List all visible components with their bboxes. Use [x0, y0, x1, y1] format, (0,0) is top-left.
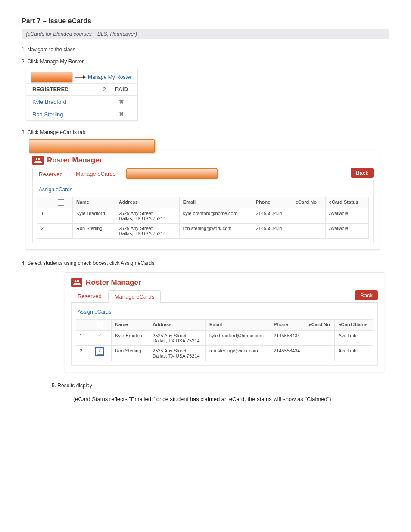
people-icon: [71, 278, 82, 287]
col-name: Name: [112, 320, 149, 331]
row-name[interactable]: Ron Sterling: [73, 224, 115, 239]
row-phone: 2145553434: [270, 346, 305, 361]
roster-manager-title: Roster Manager: [86, 278, 141, 287]
row-phone: 2145553434: [270, 331, 305, 346]
manage-my-roster-link[interactable]: Manage My Roster: [88, 74, 131, 80]
back-button[interactable]: Back: [351, 168, 374, 178]
highlight-pill: [31, 72, 72, 82]
row-phone: 2145553434: [252, 224, 292, 239]
tab-manage-ecards[interactable]: Manage eCards: [108, 290, 161, 303]
row-ecard-no: [305, 346, 335, 361]
col-ecard-no: eCard No: [305, 320, 335, 331]
registered-count: 2: [98, 86, 111, 93]
col-phone: Phone: [270, 320, 305, 331]
tab-reserved[interactable]: Reserved: [71, 290, 108, 302]
col-index: [76, 320, 93, 331]
row-ecard-status: Available: [325, 224, 368, 239]
step-5: 5. Results display: [52, 383, 389, 389]
table-row: 1. Kyle Bradford 2525 Any StreetDallas, …: [76, 331, 373, 346]
back-button[interactable]: Back: [355, 290, 378, 300]
row-index: 1.: [37, 208, 54, 224]
roster-mini-card: Manage My Roster REGISTERED 2 PAID Kyle …: [26, 69, 138, 121]
remove-icon[interactable]: ✖: [111, 111, 132, 118]
row-name[interactable]: Kyle Bradford: [73, 208, 115, 224]
col-address: Address: [149, 320, 206, 331]
table-row: 1. Kyle Bradford 2525 Any StreetDallas, …: [37, 208, 369, 224]
col-select: [93, 320, 112, 331]
highlight-pill: [126, 168, 218, 179]
row-checkbox[interactable]: [97, 348, 103, 355]
row-email[interactable]: kyle.bradford@home.com: [179, 208, 252, 224]
step-1: 1. Navigate to the class: [22, 47, 389, 53]
row-address: 2525 Any StreetDallas, TX USA 75214: [115, 224, 179, 239]
mini-row-name[interactable]: Kyle Bradford: [32, 99, 98, 105]
step-2: 2. Click Manage My Roster: [22, 59, 389, 65]
mini-row-name[interactable]: Ron Sterling: [32, 111, 98, 118]
col-ecard-no: eCard No: [292, 197, 326, 208]
row-address: 2525 Any StreetDallas, TX USA 75214: [149, 331, 206, 346]
remove-icon[interactable]: ✖: [111, 98, 132, 105]
row-name[interactable]: Kyle Bradford: [112, 331, 149, 346]
row-index: 1.: [76, 331, 93, 346]
select-all-checkbox[interactable]: [97, 322, 103, 328]
row-ecard-no: [305, 331, 335, 346]
row-index: 2.: [76, 346, 93, 361]
step-4: 4. Select students using check boxes, cl…: [22, 260, 389, 266]
col-email: Email: [179, 197, 252, 208]
col-address: Address: [115, 197, 179, 208]
col-paid: PAID: [111, 86, 132, 93]
assign-ecards-link[interactable]: Assign eCards: [78, 309, 373, 315]
col-registered: REGISTERED: [32, 86, 98, 93]
tab-reserved[interactable]: Reserved: [32, 168, 69, 180]
table-row: 2. Ron Sterling 2525 Any StreetDallas, T…: [76, 346, 373, 361]
step-3: 3. Click Manage eCards tab: [22, 129, 389, 135]
row-email[interactable]: kyle.bradford@home.com: [206, 331, 270, 346]
row-checkbox[interactable]: [97, 333, 103, 339]
tab-manage-ecards[interactable]: Manage eCards: [69, 168, 122, 180]
col-name: Name: [73, 197, 115, 208]
arrow-icon: [75, 74, 86, 80]
svg-marker-1: [83, 75, 86, 79]
row-name[interactable]: Ron Sterling: [112, 346, 149, 361]
row-ecard-status: Available: [325, 208, 368, 224]
row-email[interactable]: ron.sterling@work.com: [179, 224, 252, 239]
row-ecard-no: [292, 208, 326, 224]
step-5-note: (eCard Status reflects "Emailed;" once s…: [73, 395, 375, 403]
col-index: [37, 197, 54, 208]
row-ecard-no: [292, 224, 326, 239]
assign-ecards-link[interactable]: Assign eCards: [39, 187, 369, 193]
people-icon: [32, 156, 44, 165]
roster-table: Name Address Email Phone eCard No eCard …: [37, 197, 369, 239]
svg-point-2: [36, 158, 38, 160]
row-index: 2.: [37, 224, 54, 239]
svg-point-3: [38, 158, 40, 160]
col-ecard-status: eCard Status: [325, 197, 368, 208]
row-address: 2525 Any StreetDallas, TX USA 75214: [149, 346, 206, 361]
row-phone: 2145553434: [252, 208, 292, 224]
col-phone: Phone: [252, 197, 292, 208]
roster-manager-panel: Roster Manager Reserved Manage eCards Ba…: [26, 150, 380, 250]
svg-point-4: [75, 280, 77, 283]
col-email: Email: [206, 320, 270, 331]
roster-manager-panel: Roster Manager Reserved Manage eCards Ba…: [65, 272, 384, 372]
highlight-bar: [29, 139, 155, 153]
row-email[interactable]: ron.sterling@work.com: [206, 346, 270, 361]
row-address: 2525 Any StreetDallas, TX USA 75214: [115, 208, 179, 224]
row-ecard-status: Available: [335, 331, 373, 346]
col-select: [54, 197, 73, 208]
svg-point-5: [77, 280, 79, 283]
row-ecard-status: Available: [335, 346, 373, 361]
table-row: 2. Ron Sterling 2525 Any StreetDallas, T…: [37, 224, 369, 239]
roster-manager-title: Roster Manager: [47, 156, 102, 165]
row-checkbox[interactable]: [58, 226, 64, 232]
col-ecard-status: eCard Status: [335, 320, 373, 331]
doc-subtitle: (eCards for Blended courses – BLS, Heart…: [22, 29, 389, 39]
doc-title: Part 7 – Issue eCards: [22, 17, 389, 25]
roster-table: Name Address Email Phone eCard No eCard …: [76, 319, 373, 361]
row-checkbox[interactable]: [58, 211, 64, 217]
select-all-checkbox[interactable]: [58, 199, 64, 206]
